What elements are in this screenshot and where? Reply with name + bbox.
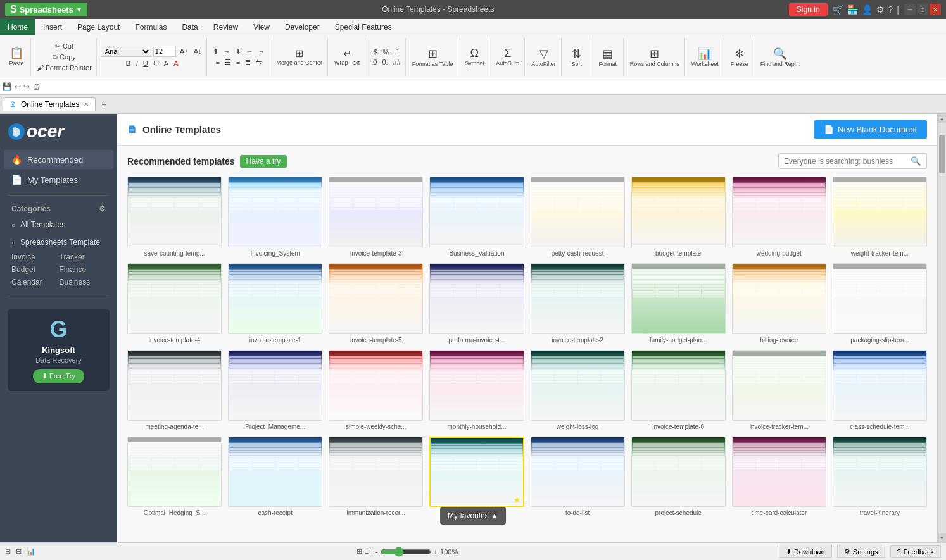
copy-button[interactable]: ⧉ Copy xyxy=(51,53,78,62)
menu-home[interactable]: Home xyxy=(0,19,35,35)
category-finance[interactable]: Finance xyxy=(60,264,106,275)
download-button[interactable]: ⬇ Download xyxy=(779,545,832,558)
user-icon[interactable]: 👤 xyxy=(862,4,873,15)
template-item[interactable]: invoice-template-5 xyxy=(329,263,423,344)
feedback-button[interactable]: ? Feedback xyxy=(890,545,941,558)
align-top-button[interactable]: ⬆ xyxy=(211,47,220,56)
sidebar-item-recommended[interactable]: 🔥 Recommended xyxy=(4,150,113,169)
template-item[interactable]: class-schedule-tem... xyxy=(833,350,927,430)
underline-button[interactable]: U xyxy=(141,59,150,68)
template-item[interactable]: proforma-invoice-t... xyxy=(429,263,524,344)
zoom-in-icon[interactable]: + xyxy=(434,548,438,556)
category-invoice[interactable]: Invoice xyxy=(11,251,58,263)
template-item[interactable]: time-card-calculator xyxy=(732,437,826,517)
menu-view[interactable]: View xyxy=(246,19,277,35)
decrease-font-button[interactable]: A↓ xyxy=(192,47,204,56)
template-item[interactable]: invoice-template-1 xyxy=(228,263,322,344)
align-center-button[interactable]: ☰ xyxy=(223,58,233,67)
menu-review[interactable]: Review xyxy=(206,19,246,35)
find-replace-button[interactable]: 🔍 Find and Repl... xyxy=(758,46,804,68)
wrap-text-button[interactable]: ↵ Wrap Text xyxy=(332,46,362,67)
sign-in-button[interactable]: Sign in xyxy=(789,3,828,16)
increase-font-button[interactable]: A↑ xyxy=(178,47,190,56)
category-budget[interactable]: Budget xyxy=(11,264,58,275)
settings-button[interactable]: ⚙ Settings xyxy=(837,545,885,558)
decimal-dec-button[interactable]: 0. xyxy=(380,58,389,66)
template-item[interactable]: Project_Manageme... xyxy=(228,350,322,430)
ad-free-try-button[interactable]: ⬇ Free Try xyxy=(33,369,84,383)
format-painter-button[interactable]: 🖌 Format Painter xyxy=(35,63,94,72)
autosum-button[interactable]: Σ AutoSum xyxy=(493,46,522,68)
help-icon[interactable]: ? xyxy=(888,4,893,15)
format-button[interactable]: ▤ Format xyxy=(595,46,621,68)
template-item[interactable]: Optimal_Hedging_S... xyxy=(127,437,222,517)
bold-button[interactable]: B xyxy=(124,59,133,68)
print-icon[interactable]: 🖨 xyxy=(32,82,40,91)
template-item[interactable]: invoice-template-4 xyxy=(127,263,222,344)
freeze-button[interactable]: ❄ Freeze xyxy=(728,46,751,68)
template-item[interactable]: to-do-list xyxy=(531,437,625,517)
template-item[interactable]: weight-tracker-tem... xyxy=(833,177,927,257)
template-item[interactable]: ★chore-schedule xyxy=(429,437,524,517)
sheet-view-icon[interactable]: 📊 xyxy=(27,547,35,556)
paste-button[interactable]: 📋 Paste xyxy=(5,46,28,68)
indent-decrease-button[interactable]: ← xyxy=(244,47,255,56)
format-table-button[interactable]: ⊞ Format as Table xyxy=(410,46,455,68)
store-icon[interactable]: 🏪 xyxy=(847,4,858,15)
template-item[interactable]: immunization-recor... xyxy=(329,437,423,517)
rows-columns-button[interactable]: ⊞ Rows and Columns xyxy=(628,46,682,68)
tab-online-templates[interactable]: 🗎 Online Templates ✕ xyxy=(3,97,96,111)
template-item[interactable]: monthly-household... xyxy=(429,350,524,430)
template-item[interactable]: weight-loss-log xyxy=(531,350,625,430)
template-item[interactable]: billing-invoice xyxy=(732,263,826,344)
sheet-add-icon[interactable]: ⊞ xyxy=(5,547,11,556)
tab-add-button[interactable]: + xyxy=(97,97,112,111)
scrollbar[interactable]: ▲ ▼ xyxy=(937,114,946,542)
autofilter-button[interactable]: ▽ AutoFilter xyxy=(529,46,558,68)
sheet-layout-icon[interactable]: ⊟ xyxy=(16,547,22,556)
new-blank-document-button[interactable]: 📄 New Blank Document xyxy=(814,120,927,139)
list-view-icon[interactable]: ≡ xyxy=(365,548,369,556)
tab-close-button[interactable]: ✕ xyxy=(84,101,89,108)
menu-formulas[interactable]: Formulas xyxy=(127,19,174,35)
symbol-button[interactable]: Ω Symbol xyxy=(462,46,486,68)
sidebar-item-my-templates[interactable]: 📄 My Templates xyxy=(4,170,113,189)
scroll-thumb[interactable] xyxy=(939,135,945,173)
template-item[interactable]: project-schedule xyxy=(631,437,726,517)
have-a-try-button[interactable]: Have a try xyxy=(240,155,287,168)
template-item[interactable]: invoice-template-3 xyxy=(329,177,423,257)
border-button[interactable]: ⊞ xyxy=(151,58,161,68)
category-settings-icon[interactable]: ⚙ xyxy=(99,204,106,213)
template-item[interactable]: Business_Valuation xyxy=(429,177,524,257)
scroll-up-arrow[interactable]: ▲ xyxy=(938,114,946,123)
template-item[interactable]: budget-template xyxy=(631,177,726,257)
percent-button[interactable]: % xyxy=(381,47,391,56)
decimal-inc-button[interactable]: .0 xyxy=(369,58,379,66)
template-item[interactable]: Invoicing_System xyxy=(228,177,322,257)
template-item[interactable]: invoice-tracker-tem... xyxy=(732,350,826,430)
font-color-button[interactable]: A xyxy=(172,59,180,68)
sort-button[interactable]: ⇅ Sort xyxy=(565,46,588,68)
template-item[interactable]: invoice-template-6 xyxy=(631,350,726,430)
template-item[interactable]: meeting-agenda-te... xyxy=(127,350,222,430)
maximize-button[interactable]: □ xyxy=(917,4,928,15)
app-logo[interactable]: S Spreadsheets ▼ xyxy=(5,3,87,16)
settings-icon[interactable]: ⚙ xyxy=(876,4,885,15)
cart-icon[interactable]: 🛒 xyxy=(833,4,843,15)
zoom-slider[interactable] xyxy=(381,547,431,557)
scroll-down-arrow[interactable]: ▼ xyxy=(938,533,946,542)
template-item[interactable]: save-counting-temp... xyxy=(127,177,222,257)
align-left-button[interactable]: ≡ xyxy=(214,58,222,66)
save-icon[interactable]: 💾 xyxy=(3,82,12,91)
comma-button[interactable]: ⑀ xyxy=(392,47,400,56)
currency-button[interactable]: $ xyxy=(372,47,379,56)
align-right-button[interactable]: ≡ xyxy=(234,58,242,66)
sidebar-item-all-templates[interactable]: ○ All Templates xyxy=(4,216,113,233)
justify-button[interactable]: ≣ xyxy=(243,58,253,67)
indent-increase-button[interactable]: → xyxy=(256,47,267,56)
category-business[interactable]: Business xyxy=(60,277,106,288)
close-button[interactable]: ✕ xyxy=(930,4,941,15)
cut-button[interactable]: ✂ Cut xyxy=(53,42,75,51)
menu-developer[interactable]: Developer xyxy=(277,19,327,35)
menu-insert[interactable]: Insert xyxy=(35,19,70,35)
